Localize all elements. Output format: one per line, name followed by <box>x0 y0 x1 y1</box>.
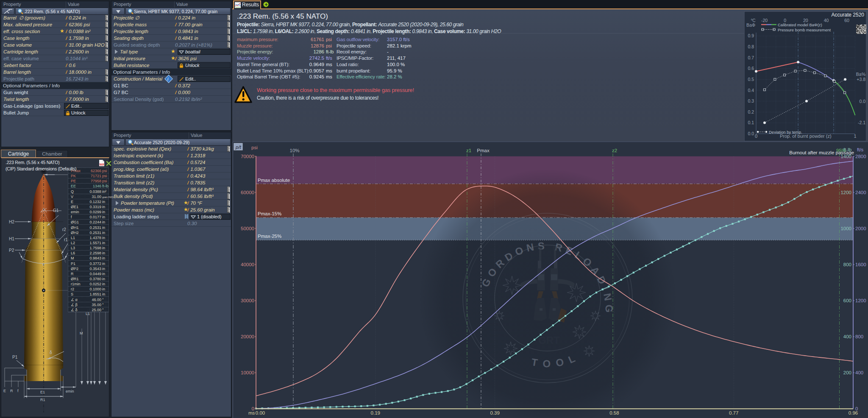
svg-text:0.3: 0.3 <box>748 98 754 103</box>
svg-text:H2: H2 <box>9 220 14 224</box>
svg-text:0.8: 0.8 <box>748 44 754 49</box>
svg-text:Pmax absolute: Pmax absolute <box>258 178 290 183</box>
svg-text:1: 1 <box>854 134 857 139</box>
svg-text:R1: R1 <box>40 398 45 402</box>
svg-text:P1: P1 <box>12 355 18 359</box>
svg-text:r1: r1 <box>64 237 68 242</box>
svg-text:ft/s: ft/s <box>857 147 864 152</box>
svg-text:0.7: 0.7 <box>748 55 754 60</box>
svg-text:60: 60 <box>844 18 849 23</box>
svg-text:E1: E1 <box>40 390 45 394</box>
svg-text:δ: δ <box>50 350 52 355</box>
svg-text:Prop. of burnt powder (z): Prop. of burnt powder (z) <box>780 134 832 139</box>
svg-text:2000: 2000 <box>855 226 866 231</box>
svg-text:BaΦ: BaΦ <box>746 22 755 28</box>
svg-text:0.0: 0.0 <box>859 99 865 104</box>
svg-text:10000: 10000 <box>241 370 254 375</box>
svg-text:50000: 50000 <box>241 226 254 231</box>
svg-text:0.2: 0.2 <box>748 109 754 114</box>
svg-text:r2: r2 <box>62 227 66 232</box>
svg-text:0: 0 <box>755 134 757 139</box>
svg-text:0.1: 0.1 <box>748 120 754 125</box>
svg-text:200: 200 <box>843 370 851 375</box>
svg-text:Pmax-15%: Pmax-15% <box>258 211 281 216</box>
svg-text:α: α <box>42 262 45 266</box>
svg-text:ms: ms <box>248 410 255 415</box>
svg-text:P2: P2 <box>9 248 14 253</box>
svg-text:0.39: 0.39 <box>490 410 499 415</box>
svg-text:f: f <box>17 389 19 393</box>
svg-text:0.19: 0.19 <box>371 410 380 415</box>
svg-text:ft-lb: ft-lb <box>843 147 851 152</box>
svg-text:0.4: 0.4 <box>748 88 754 93</box>
svg-text:z2: z2 <box>612 148 617 153</box>
svg-text:400: 400 <box>855 370 863 375</box>
svg-text:0.9: 0.9 <box>748 33 754 38</box>
svg-text:0.77: 0.77 <box>729 410 738 415</box>
svg-text:GRT: GRT <box>538 334 560 346</box>
svg-text:2800: 2800 <box>855 154 866 159</box>
svg-text:G1: G1 <box>53 208 59 213</box>
svg-text:40: 40 <box>824 18 829 23</box>
svg-text:0.6: 0.6 <box>748 66 754 71</box>
svg-text:1200: 1200 <box>855 298 866 303</box>
svg-text:-2.1: -2.1 <box>858 120 865 125</box>
svg-text:1200: 1200 <box>840 190 851 195</box>
svg-text:10%: 10% <box>289 148 299 153</box>
svg-text:R: R <box>10 389 13 393</box>
svg-text:Pressure bomb measurement: Pressure bomb measurement <box>778 28 831 32</box>
svg-text:800: 800 <box>843 262 851 267</box>
svg-text:-20: -20 <box>761 18 768 23</box>
svg-text:Pmax: Pmax <box>477 148 490 153</box>
svg-text:0.58: 0.58 <box>609 410 619 415</box>
svg-text:0.5: 0.5 <box>748 77 754 82</box>
svg-text:M: M <box>80 331 83 335</box>
svg-text:H1: H1 <box>9 237 14 241</box>
svg-text:z1: z1 <box>466 148 471 153</box>
svg-text:Calibrated model BaΦ(z): Calibrated model BaΦ(z) <box>778 22 822 27</box>
svg-text:0.00: 0.00 <box>256 410 265 415</box>
svg-text:E: E <box>3 389 6 393</box>
svg-text:70000: 70000 <box>241 154 254 159</box>
svg-text:1000: 1000 <box>840 226 851 231</box>
svg-text:600: 600 <box>843 298 851 303</box>
svg-text:1400: 1400 <box>840 154 851 159</box>
svg-text:emin: emin <box>66 389 74 393</box>
svg-text:800: 800 <box>855 334 863 339</box>
svg-text:Accurate 2520: Accurate 2520 <box>832 12 865 18</box>
svg-text:30000: 30000 <box>241 298 254 303</box>
svg-text:Deviation by temp.: Deviation by temp. <box>769 130 802 134</box>
svg-text:0.96: 0.96 <box>849 410 858 415</box>
svg-text:40000: 40000 <box>241 262 254 267</box>
svg-text:Ba%: Ba% <box>856 72 865 77</box>
svg-text:400: 400 <box>843 334 851 339</box>
svg-text:60000: 60000 <box>241 190 254 195</box>
svg-text:+3.8: +3.8 <box>857 77 865 82</box>
svg-text:0.0: 0.0 <box>748 131 754 136</box>
svg-text:PDF: PDF <box>100 163 104 165</box>
svg-text:p/t: p/t <box>235 145 242 150</box>
svg-text:2400: 2400 <box>855 190 866 195</box>
svg-text:psi: psi <box>251 145 258 150</box>
svg-text:20000: 20000 <box>241 334 254 339</box>
svg-text:Pmax-25%: Pmax-25% <box>258 234 281 239</box>
svg-text:1600: 1600 <box>855 262 866 267</box>
